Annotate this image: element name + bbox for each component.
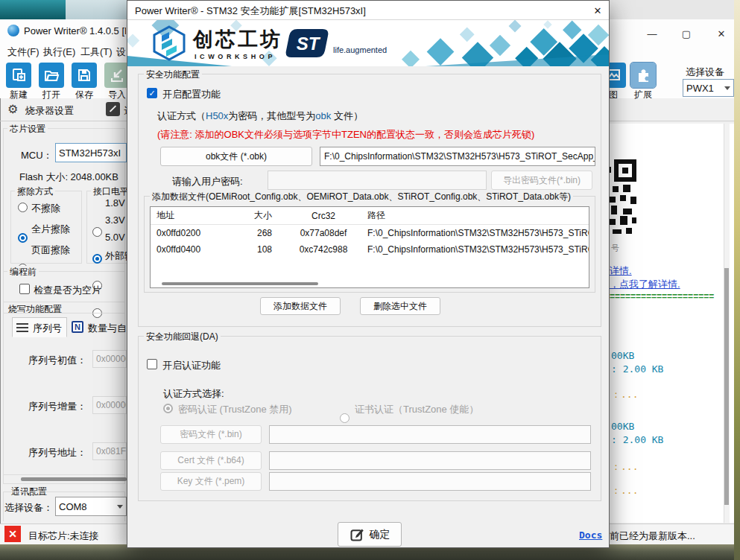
radio-1v8[interactable] [92,227,102,237]
minimize-button[interactable]: — [641,25,663,42]
main-window-title: Power Writer® 1.4.0.5 [Build:2 [24,25,126,36]
table-row[interactable]: 0x0ffd0200 268 0x77a08def F:\0_ChipsInfo… [151,225,589,241]
qr-caption: 号 [611,243,619,254]
obk-file-button[interactable]: obk文件 (*.obk) [160,147,312,166]
cert-file-field[interactable] [269,451,591,470]
radio-cert-auth-label: 证书认证（TrustZone 使能） [355,403,478,416]
erase-mode-legend: 擦除方式 [15,185,55,198]
chevron-down-icon [117,505,123,509]
comm-device-combo[interactable]: COM8 [55,497,127,516]
radio-3v3[interactable] [92,254,102,264]
chevron-down-icon [724,86,730,90]
delete-selected-file-button[interactable]: 删除选中文件 [360,297,440,315]
save-floppy-icon [76,67,92,83]
icworkshop-logo-en: ICWORKSHOP [195,53,276,60]
log-line: 00KB [611,421,634,432]
radio-1v8-label: 1.8V [105,197,125,209]
status-version: 前已经为最新版本... [610,529,695,543]
obk-path-field[interactable]: F:\0_ChipsInformation\STM32\STM32H573\H5… [320,147,595,166]
auth-select-label: 认证方式选择: [163,387,224,401]
docs-link[interactable]: Docs [579,529,602,541]
serial-addr-field[interactable]: 0x081FF [92,442,127,460]
radio-page-erase-label: 页面擦除 [31,244,70,257]
puzzle-icon [634,66,652,84]
extension-button[interactable] [630,63,656,88]
radio-full-erase-label: 全片擦除 [31,223,70,236]
cell-size: 268 [229,228,279,238]
password-label: 请输入用户密码: [172,175,243,188]
close-button-main[interactable]: ✕ [710,25,733,42]
log-line: ：... [611,484,638,497]
cell-address: 0x0ffd0400 [151,244,229,255]
blank-check-checkbox[interactable] [19,284,30,294]
col-header-address: 地址 [151,209,229,222]
export-password-button[interactable]: 导出密码文件(*.bin) [491,171,592,190]
edit-pencil-icon [350,527,364,542]
cell-address: 0x0ffd0200 [151,228,229,238]
save-button[interactable] [72,63,97,88]
menu-tools[interactable]: 工具(T) [80,45,113,59]
gear-icon: ⚙ [7,103,20,115]
close-icon[interactable]: ✕ [589,3,606,18]
enable-config-checkbox[interactable]: ✓ [147,88,157,98]
device-select-combo[interactable]: PWX1 [683,79,734,97]
menu-run[interactable]: 执行(E) [43,45,75,59]
open-button-label: 打开 [35,89,68,101]
enable-config-label: 开启配置功能 [162,88,221,101]
enable-auth-checkbox[interactable] [147,359,157,369]
key-file-field[interactable] [269,472,591,491]
maximize-button[interactable]: ▢ [675,25,698,42]
icworkshop-logo-cn: 创芯工坊 [193,26,282,53]
security-extension-dialog: Power Writer® - STM32 安全功能扩展[STM32H573xI… [127,0,610,548]
cell-path: F:\0_ChipsInformation\STM32\STM32H573\H5… [367,244,589,255]
device-select-value: PWX1 [686,83,714,94]
new-doc-icon [10,67,27,83]
password-input[interactable] [268,171,487,190]
io-level-legend: 接口电平 [91,185,131,198]
radio-no-erase[interactable] [18,203,28,212]
comm-device-label: 选择设备： [4,501,53,515]
confirm-button[interactable]: 确定 [338,522,402,547]
desktop-fragment-topleft-2 [66,0,127,19]
add-data-file-button[interactable]: 添加数据文件 [260,297,341,315]
radio-full-erase[interactable] [18,233,28,243]
table-horizontal-scrollbar[interactable] [162,282,318,285]
radio-password-auth-label: 密码认证 (TrustZone 禁用) [178,403,292,416]
enable-auth-label: 开启认证功能 [162,359,221,372]
new-button[interactable] [6,63,31,88]
password-file-field[interactable] [269,425,591,444]
svg-text:ST: ST [297,34,321,54]
learn-more-link[interactable]: ，点我了解详情. [610,278,680,291]
tab-programmer-settings[interactable]: 烧录器设置 [25,104,74,118]
open-button[interactable] [39,63,64,88]
horizontal-scrollbar-left-panel[interactable] [21,477,127,481]
cert-file-button[interactable]: Cert 文件 (*.b64) [160,451,262,470]
radio-password-auth[interactable] [163,404,173,413]
import-button[interactable] [104,63,130,88]
data-files-table[interactable]: 地址 大小 Crc32 路径 0x0ffd0200 268 0x77a08def… [150,206,589,288]
device-select-label: 选择设备 [686,66,724,79]
serial-step-field[interactable]: 0x00000 [92,396,127,414]
blank-check-label: 检查是否为空片 [34,284,101,297]
count-selftest-icon: N [72,321,83,333]
menu-settings[interactable]: 设 [116,45,126,59]
log-line: 00KB [611,350,634,361]
right-panel-scrollbar-thumb[interactable] [724,268,729,505]
key-file-button[interactable]: Key 文件 (*.pem) [160,472,262,491]
details-link[interactable]: 详情. [610,264,632,278]
menu-file[interactable]: 文件(F) [7,45,39,59]
mcu-combo[interactable]: STM32H573xI [55,143,127,162]
mcu-label: MCU： [21,149,53,162]
app-icon [7,25,19,36]
import-arrow-icon [109,67,125,83]
auth-method-hint: 认证方式（H50x为密码，其他型号为obk 文件） [157,109,363,123]
table-row[interactable]: 0x0ffd0400 108 0xc742c988 F:\0_ChipsInfo… [151,241,589,258]
serial-init-field[interactable]: 0x00000 [92,350,127,368]
dialog-banner: 创芯工坊 ICWORKSHOP ST life.augmented [127,20,609,66]
tab-serial-number-label: 序列号 [33,322,62,335]
password-file-button[interactable]: 密码文件 (*.bin) [160,425,262,444]
security-rollback-legend: 安全功能回退(DA) [144,331,221,343]
radio-cert-auth[interactable] [340,413,350,423]
serial-init-label: 序列号初值： [28,354,86,367]
cell-size: 108 [229,244,279,255]
